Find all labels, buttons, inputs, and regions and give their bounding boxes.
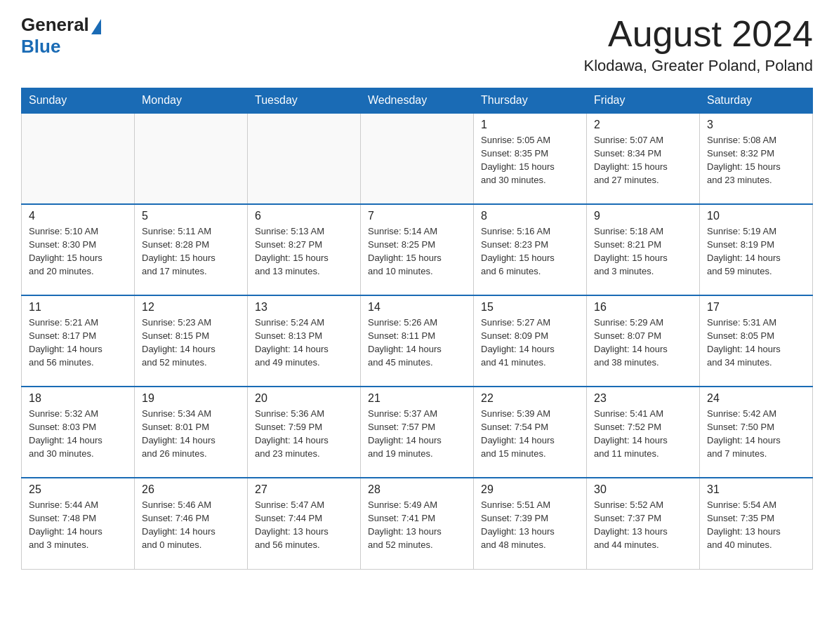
day-info: Sunrise: 5:44 AM Sunset: 7:48 PM Dayligh…: [29, 499, 127, 551]
day-number: 5: [142, 210, 240, 222]
calendar-cell: 31Sunrise: 5:54 AM Sunset: 7:35 PM Dayli…: [700, 478, 813, 569]
day-number: 19: [142, 392, 240, 405]
day-info: Sunrise: 5:52 AM Sunset: 7:37 PM Dayligh…: [594, 499, 692, 551]
month-title: August 2024: [583, 14, 813, 54]
calendar-cell: 20Sunrise: 5:36 AM Sunset: 7:59 PM Dayli…: [248, 387, 361, 478]
day-info: Sunrise: 5:34 AM Sunset: 8:01 PM Dayligh…: [142, 408, 240, 460]
calendar-cell: [135, 113, 248, 204]
calendar-cell: 9Sunrise: 5:18 AM Sunset: 8:21 PM Daylig…: [587, 204, 700, 295]
day-number: 13: [255, 301, 353, 314]
day-number: 25: [29, 483, 127, 496]
calendar-cell: 30Sunrise: 5:52 AM Sunset: 7:37 PM Dayli…: [587, 478, 700, 569]
day-number: 2: [594, 119, 692, 131]
calendar-cell: 13Sunrise: 5:24 AM Sunset: 8:13 PM Dayli…: [248, 295, 361, 387]
day-info: Sunrise: 5:05 AM Sunset: 8:35 PM Dayligh…: [481, 134, 579, 187]
day-number: 15: [481, 301, 579, 314]
day-number: 6: [255, 210, 353, 222]
calendar-cell: 11Sunrise: 5:21 AM Sunset: 8:17 PM Dayli…: [22, 295, 135, 387]
calendar-cell: 1Sunrise: 5:05 AM Sunset: 8:35 PM Daylig…: [474, 113, 587, 204]
day-info: Sunrise: 5:14 AM Sunset: 8:25 PM Dayligh…: [368, 225, 466, 278]
calendar-table: SundayMondayTuesdayWednesdayThursdayFrid…: [21, 88, 813, 570]
page-header: General Blue August 2024 Klodawa, Greate…: [21, 14, 813, 75]
calendar-cell: 14Sunrise: 5:26 AM Sunset: 8:11 PM Dayli…: [361, 295, 474, 387]
day-info: Sunrise: 5:49 AM Sunset: 7:41 PM Dayligh…: [368, 499, 466, 551]
calendar-cell: 25Sunrise: 5:44 AM Sunset: 7:48 PM Dayli…: [22, 478, 135, 569]
day-info: Sunrise: 5:13 AM Sunset: 8:27 PM Dayligh…: [255, 225, 353, 278]
day-number: 17: [707, 301, 805, 314]
calendar-header: SundayMondayTuesdayWednesdayThursdayFrid…: [22, 88, 813, 114]
calendar-cell: 4Sunrise: 5:10 AM Sunset: 8:30 PM Daylig…: [22, 204, 135, 295]
day-info: Sunrise: 5:47 AM Sunset: 7:44 PM Dayligh…: [255, 499, 353, 551]
calendar-cell: 18Sunrise: 5:32 AM Sunset: 8:03 PM Dayli…: [22, 387, 135, 478]
calendar-week-row: 1Sunrise: 5:05 AM Sunset: 8:35 PM Daylig…: [22, 113, 813, 204]
day-number: 28: [368, 483, 466, 496]
calendar-cell: 27Sunrise: 5:47 AM Sunset: 7:44 PM Dayli…: [248, 478, 361, 569]
title-block: August 2024 Klodawa, Greater Poland, Pol…: [583, 14, 813, 75]
day-info: Sunrise: 5:54 AM Sunset: 7:35 PM Dayligh…: [707, 499, 805, 551]
calendar-cell: 6Sunrise: 5:13 AM Sunset: 8:27 PM Daylig…: [248, 204, 361, 295]
logo-blue-text: Blue: [21, 36, 101, 58]
calendar-cell: 2Sunrise: 5:07 AM Sunset: 8:34 PM Daylig…: [587, 113, 700, 204]
calendar-cell: 5Sunrise: 5:11 AM Sunset: 8:28 PM Daylig…: [135, 204, 248, 295]
day-number: 29: [481, 483, 579, 496]
logo-triangle-icon: [91, 19, 101, 34]
calendar-cell: 23Sunrise: 5:41 AM Sunset: 7:52 PM Dayli…: [587, 387, 700, 478]
day-number: 18: [29, 392, 127, 405]
day-info: Sunrise: 5:11 AM Sunset: 8:28 PM Dayligh…: [142, 225, 240, 278]
logo-general-text: General: [21, 14, 89, 36]
calendar-week-row: 18Sunrise: 5:32 AM Sunset: 8:03 PM Dayli…: [22, 387, 813, 478]
day-number: 26: [142, 483, 240, 496]
day-number: 20: [255, 392, 353, 405]
day-info: Sunrise: 5:18 AM Sunset: 8:21 PM Dayligh…: [594, 225, 692, 278]
day-info: Sunrise: 5:21 AM Sunset: 8:17 PM Dayligh…: [29, 316, 127, 369]
day-info: Sunrise: 5:51 AM Sunset: 7:39 PM Dayligh…: [481, 499, 579, 551]
weekday-header-monday: Monday: [135, 88, 248, 114]
day-info: Sunrise: 5:42 AM Sunset: 7:50 PM Dayligh…: [707, 408, 805, 460]
weekday-header-row: SundayMondayTuesdayWednesdayThursdayFrid…: [22, 88, 813, 114]
day-number: 22: [481, 392, 579, 405]
day-number: 8: [481, 210, 579, 222]
calendar-cell: 24Sunrise: 5:42 AM Sunset: 7:50 PM Dayli…: [700, 387, 813, 478]
logo: General Blue: [21, 14, 101, 58]
day-number: 7: [368, 210, 466, 222]
day-info: Sunrise: 5:39 AM Sunset: 7:54 PM Dayligh…: [481, 408, 579, 460]
day-info: Sunrise: 5:19 AM Sunset: 8:19 PM Dayligh…: [707, 225, 805, 278]
day-number: 3: [707, 119, 805, 131]
weekday-header-tuesday: Tuesday: [248, 88, 361, 114]
day-info: Sunrise: 5:24 AM Sunset: 8:13 PM Dayligh…: [255, 316, 353, 369]
day-info: Sunrise: 5:31 AM Sunset: 8:05 PM Dayligh…: [707, 316, 805, 369]
weekday-header-friday: Friday: [587, 88, 700, 114]
calendar-cell: 28Sunrise: 5:49 AM Sunset: 7:41 PM Dayli…: [361, 478, 474, 569]
calendar-cell: 12Sunrise: 5:23 AM Sunset: 8:15 PM Dayli…: [135, 295, 248, 387]
day-info: Sunrise: 5:41 AM Sunset: 7:52 PM Dayligh…: [594, 408, 692, 460]
calendar-cell: [361, 113, 474, 204]
calendar-cell: 3Sunrise: 5:08 AM Sunset: 8:32 PM Daylig…: [700, 113, 813, 204]
day-info: Sunrise: 5:36 AM Sunset: 7:59 PM Dayligh…: [255, 408, 353, 460]
day-info: Sunrise: 5:29 AM Sunset: 8:07 PM Dayligh…: [594, 316, 692, 369]
calendar-week-row: 11Sunrise: 5:21 AM Sunset: 8:17 PM Dayli…: [22, 295, 813, 387]
day-number: 24: [707, 392, 805, 405]
day-number: 14: [368, 301, 466, 314]
day-number: 4: [29, 210, 127, 222]
weekday-header-saturday: Saturday: [700, 88, 813, 114]
day-number: 12: [142, 301, 240, 314]
day-info: Sunrise: 5:27 AM Sunset: 8:09 PM Dayligh…: [481, 316, 579, 369]
calendar-cell: 7Sunrise: 5:14 AM Sunset: 8:25 PM Daylig…: [361, 204, 474, 295]
day-number: 1: [481, 119, 579, 131]
day-number: 21: [368, 392, 466, 405]
calendar-cell: 15Sunrise: 5:27 AM Sunset: 8:09 PM Dayli…: [474, 295, 587, 387]
day-number: 30: [594, 483, 692, 496]
day-info: Sunrise: 5:37 AM Sunset: 7:57 PM Dayligh…: [368, 408, 466, 460]
calendar-week-row: 25Sunrise: 5:44 AM Sunset: 7:48 PM Dayli…: [22, 478, 813, 569]
calendar-cell: 21Sunrise: 5:37 AM Sunset: 7:57 PM Dayli…: [361, 387, 474, 478]
calendar-cell: [248, 113, 361, 204]
calendar-cell: 29Sunrise: 5:51 AM Sunset: 7:39 PM Dayli…: [474, 478, 587, 569]
weekday-header-thursday: Thursday: [474, 88, 587, 114]
day-number: 9: [594, 210, 692, 222]
weekday-header-sunday: Sunday: [22, 88, 135, 114]
day-info: Sunrise: 5:26 AM Sunset: 8:11 PM Dayligh…: [368, 316, 466, 369]
day-info: Sunrise: 5:23 AM Sunset: 8:15 PM Dayligh…: [142, 316, 240, 369]
day-info: Sunrise: 5:32 AM Sunset: 8:03 PM Dayligh…: [29, 408, 127, 460]
day-number: 23: [594, 392, 692, 405]
day-info: Sunrise: 5:46 AM Sunset: 7:46 PM Dayligh…: [142, 499, 240, 551]
